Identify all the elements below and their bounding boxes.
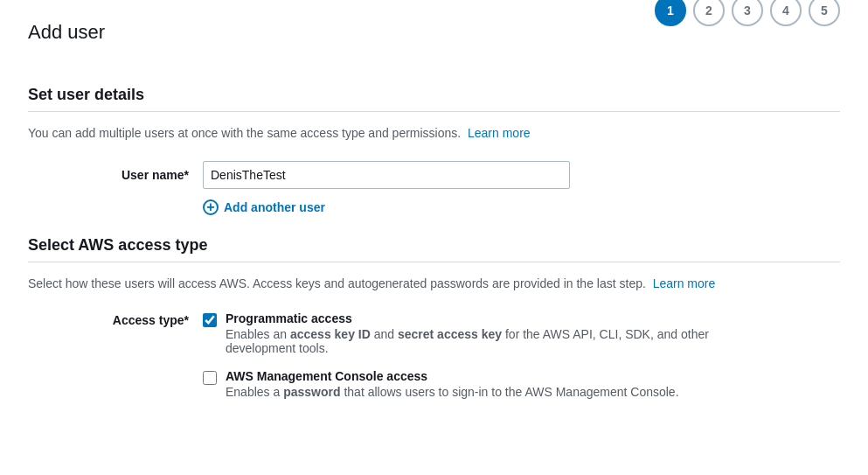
wizard-step-3[interactable]: 3 xyxy=(732,0,763,26)
access-key-id-bold: access key ID xyxy=(290,327,371,341)
user-details-learn-more[interactable]: Learn more xyxy=(468,126,531,140)
user-details-divider xyxy=(28,111,840,112)
console-access-content: AWS Management Console access Enables a … xyxy=(226,369,679,399)
secret-access-key-bold: secret access key xyxy=(398,327,502,341)
user-details-desc-text: You can add multiple users at once with … xyxy=(28,126,461,140)
username-input[interactable] xyxy=(203,161,570,189)
access-type-description: Select how these users will access AWS. … xyxy=(28,276,840,290)
access-type-learn-more[interactable]: Learn more xyxy=(653,276,716,290)
access-options: Programmatic access Enables an access ke… xyxy=(203,311,733,399)
programmatic-access-title: Programmatic access xyxy=(226,311,733,325)
console-access-desc: Enables a password that allows users to … xyxy=(226,385,679,399)
wizard-step-2[interactable]: 2 xyxy=(693,0,725,26)
wizard-step-1[interactable]: 1 xyxy=(655,0,686,26)
wizard-steps: 1 2 3 4 5 xyxy=(655,0,840,26)
wizard-step-4[interactable]: 4 xyxy=(770,0,802,26)
programmatic-access-desc: Enables an access key ID and secret acce… xyxy=(226,327,733,355)
programmatic-access-option: Programmatic access Enables an access ke… xyxy=(203,311,733,355)
user-details-title: Set user details xyxy=(28,86,840,104)
page-title: Add user xyxy=(28,21,105,44)
console-access-option: AWS Management Console access Enables a … xyxy=(203,369,733,399)
plus-icon: + xyxy=(203,199,219,215)
console-access-checkbox[interactable] xyxy=(203,371,217,385)
access-type-row: Access type* Programmatic access Enables… xyxy=(28,311,840,399)
wizard-step-5[interactable]: 5 xyxy=(809,0,840,26)
access-type-section: Select AWS access type Select how these … xyxy=(28,236,840,399)
add-another-user-button[interactable]: + Add another user xyxy=(203,199,325,215)
password-bold: password xyxy=(283,385,340,399)
programmatic-access-content: Programmatic access Enables an access ke… xyxy=(226,311,733,355)
add-user-row: + Add another user xyxy=(203,199,840,215)
access-type-desc-text: Select how these users will access AWS. … xyxy=(28,276,646,290)
access-type-title: Select AWS access type xyxy=(28,236,840,255)
add-another-user-label: Add another user xyxy=(224,200,325,214)
access-type-divider xyxy=(28,262,840,262)
user-details-description: You can add multiple users at once with … xyxy=(28,126,840,140)
console-access-title: AWS Management Console access xyxy=(226,369,679,383)
access-type-label: Access type* xyxy=(28,311,203,327)
user-details-section: Set user details You can add multiple us… xyxy=(28,86,840,215)
username-label: User name* xyxy=(28,168,203,182)
programmatic-access-checkbox[interactable] xyxy=(203,313,217,327)
username-row: User name* xyxy=(28,161,840,189)
